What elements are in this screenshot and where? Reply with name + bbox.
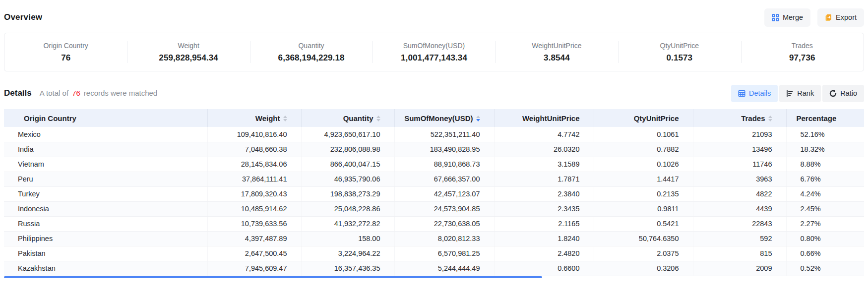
cell-percentage: 6.76% [786, 172, 864, 186]
sort-carets-icon [476, 116, 480, 121]
column-header-trades[interactable]: Trades [693, 109, 786, 127]
cell-trades: 11746 [693, 157, 786, 172]
column-label: Percentage [797, 114, 837, 122]
cell-percentage: 0.52% [786, 261, 864, 276]
ratio-icon [829, 90, 837, 97]
table-row-mexico: Mexico109,410,816.404,923,650,617.10522,… [4, 127, 864, 142]
cell-sumofmoney-usd: 42,457,123.07 [394, 186, 494, 201]
stat-label: Origin Country [44, 42, 88, 50]
cell-sumofmoney-usd: 88,910,868.73 [394, 157, 494, 172]
merge-button[interactable]: Merge [764, 8, 810, 27]
cell-qtyunitprice: 0.5421 [594, 216, 693, 231]
tab-rank[interactable]: Rank [779, 85, 821, 102]
stat-origin-country: Origin Country76 [4, 33, 127, 71]
cell-weightunitprice: 1.8240 [494, 231, 594, 246]
cell-origin-country: Mexico [4, 127, 207, 142]
stat-trades: Trades97,736 [741, 33, 864, 71]
column-header-quantity[interactable]: Quantity [301, 109, 394, 127]
column-label: Origin Country [24, 114, 76, 122]
cell-origin-country: Vietnam [4, 157, 207, 172]
cell-qtyunitprice: 2.0375 [594, 246, 693, 261]
cell-qtyunitprice: 0.7882 [594, 142, 693, 157]
sort-desc-caret-icon [283, 119, 287, 121]
sort-asc-caret-icon [283, 116, 287, 118]
stat-value: 6,368,194,229.18 [278, 53, 345, 63]
cell-weightunitprice: 0.6600 [494, 261, 594, 276]
cell-qtyunitprice: 1.4417 [594, 172, 693, 186]
table-row-turkey: Turkey17,809,320.43198,838,273.2942,457,… [4, 186, 864, 201]
stat-value: 259,828,954.34 [159, 53, 218, 63]
cell-qtyunitprice: 0.1061 [594, 127, 693, 142]
cell-weight: 7,048,660.38 [207, 142, 301, 157]
horizontal-scrollbar-thumb[interactable] [4, 276, 542, 278]
table-row-kazakhstan: Kazakhstan7,945,609.4716,357,436.355,244… [4, 261, 864, 276]
cell-sumofmoney-usd: 67,666,357.00 [394, 172, 494, 186]
column-header-weight[interactable]: Weight [207, 109, 301, 127]
sort-asc-caret-icon [476, 116, 480, 118]
table-header-row: Origin CountryWeightQuantitySumOfMoney(U… [4, 109, 864, 127]
stat-label: WeightUnitPrice [532, 42, 581, 50]
cell-weightunitprice: 2.4820 [494, 246, 594, 261]
cell-trades: 815 [693, 246, 786, 261]
details-bar: Details A total of76records were matched… [4, 84, 864, 102]
cell-quantity: 3,224,964.22 [301, 246, 394, 261]
cell-origin-country: Peru [4, 172, 207, 186]
cell-percentage: 18.32% [786, 142, 864, 157]
cell-weightunitprice: 26.0320 [494, 142, 594, 157]
page-title: Overview [4, 12, 42, 22]
topbar: Overview Merge [4, 8, 864, 27]
cell-sumofmoney-usd: 522,351,211.40 [394, 127, 494, 142]
column-header-percentage: Percentage [786, 109, 864, 127]
cell-quantity: 232,806,088.98 [301, 142, 394, 157]
sort-desc-caret-icon [768, 119, 772, 121]
export-button-label: Export [836, 13, 857, 21]
tab-details[interactable]: Details [731, 85, 778, 102]
stat-value: 76 [61, 53, 70, 63]
table-row-vietnam: Vietnam28,145,834.06866,400,047.1588,910… [4, 157, 864, 172]
cell-origin-country: Russia [4, 216, 207, 231]
stat-weight: Weight259,828,954.34 [127, 33, 249, 71]
stat-value: 97,736 [789, 53, 815, 63]
tab-label: Details [749, 89, 771, 97]
sort-desc-caret-icon [476, 119, 480, 121]
cell-origin-country: India [4, 142, 207, 157]
records-suffix: records were matched [84, 89, 157, 97]
column-header-qtyunitprice: QtyUnitPrice [594, 109, 693, 127]
cell-qtyunitprice: 0.1026 [594, 157, 693, 172]
rank-icon [786, 90, 794, 97]
sort-carets-icon [376, 116, 380, 121]
cell-sumofmoney-usd: 183,490,828.95 [394, 142, 494, 157]
cell-weightunitprice: 1.7871 [494, 172, 594, 186]
sort-desc-caret-icon [376, 119, 380, 121]
stat-quantity: Quantity6,368,194,229.18 [250, 33, 372, 71]
column-label: SumOfMoney(USD) [404, 114, 473, 122]
tab-ratio[interactable]: Ratio [822, 85, 864, 102]
stat-value: 1,001,477,143.34 [401, 53, 467, 63]
cell-trades: 3963 [693, 172, 786, 186]
table-row-india: India7,048,660.38232,806,088.98183,490,8… [4, 142, 864, 157]
stat-value: 3.8544 [544, 53, 570, 63]
table-row-philippines: Philippines4,397,487.89158.008,020,812.3… [4, 231, 864, 246]
stat-weightunitprice: WeightUnitPrice3.8544 [496, 33, 618, 71]
sort-carets-icon [768, 116, 772, 121]
stat-label: Weight [178, 42, 199, 50]
cell-qtyunitprice: 50,764.6350 [594, 231, 693, 246]
page: Overview Merge [0, 0, 868, 282]
records-summary: A total of76records were matched [40, 89, 157, 97]
cell-trades: 13496 [693, 142, 786, 157]
column-header-sumofmoney-usd[interactable]: SumOfMoney(USD) [394, 109, 494, 127]
cell-weightunitprice: 3.1589 [494, 157, 594, 172]
cell-quantity: 866,400,047.15 [301, 157, 394, 172]
cell-percentage: 4.24% [786, 186, 864, 201]
column-header-origin-country: Origin Country [4, 109, 207, 127]
cell-qtyunitprice: 0.2135 [594, 186, 693, 201]
cell-origin-country: Pakistan [4, 246, 207, 261]
cell-weight: 10,485,914.62 [207, 201, 301, 216]
cell-qtyunitprice: 0.3206 [594, 261, 693, 276]
cell-sumofmoney-usd: 8,020,812.33 [394, 231, 494, 246]
export-button[interactable]: Export [817, 8, 864, 27]
stat-label: SumOfMoney(USD) [403, 42, 465, 50]
cell-percentage: 2.27% [786, 216, 864, 231]
sort-carets-icon [283, 116, 287, 121]
cell-quantity: 4,923,650,617.10 [301, 127, 394, 142]
